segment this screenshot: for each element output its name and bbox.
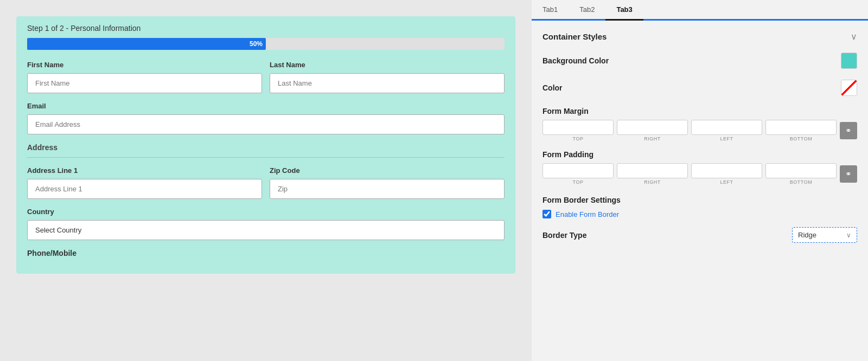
border-type-value: Ridge [798, 231, 816, 239]
color-swatch[interactable] [841, 80, 857, 96]
form-border-settings-label: Form Border Settings [542, 196, 857, 204]
country-label: Country [27, 208, 505, 216]
link-icon: ⚭ [845, 126, 852, 135]
address-zip-row: Address Line 1 Zip Code [27, 166, 505, 199]
padding-left-label: LEFT [720, 179, 733, 185]
email-row: Email [27, 102, 505, 134]
bg-color-row: Background Color [542, 53, 857, 69]
margin-link-button[interactable]: ⚭ [840, 122, 857, 139]
zip-label: Zip Code [270, 166, 505, 175]
margin-top-input[interactable] [542, 120, 614, 135]
enable-border-row: Enable Form Border [542, 210, 857, 218]
margin-left-input[interactable] [691, 120, 762, 135]
container-styles-header: Container Styles ∨ [542, 31, 857, 42]
last-name-input[interactable] [270, 73, 505, 93]
form-header: Step 1 of 2 - Personal Information 50% [16, 16, 515, 50]
chevron-down-icon[interactable]: ∨ [851, 31, 857, 42]
padding-bottom-field: BOTTOM [765, 163, 837, 185]
form-padding-label: Form Padding [542, 150, 857, 159]
padding-top-input[interactable] [542, 163, 614, 178]
margin-top-label: TOP [573, 136, 584, 141]
form-padding-inputs: TOP RIGHT LEFT BOTTOM ⚭ [542, 163, 857, 185]
address-line1-label: Address Line 1 [27, 166, 262, 175]
form-margin-row: Form Margin TOP RIGHT LEFT BOTTOM [542, 107, 857, 141]
padding-left-input[interactable] [691, 163, 762, 178]
zip-group: Zip Code [270, 166, 505, 199]
progress-bar-label: 50% [250, 40, 263, 48]
form-card: Step 1 of 2 - Personal Information 50% F… [16, 16, 515, 274]
padding-link-icon: ⚭ [845, 170, 852, 178]
name-row: First Name Last Name [27, 61, 505, 93]
padding-left-field: LEFT [691, 163, 762, 185]
color-row: Color [542, 80, 857, 96]
border-type-label: Border Type [542, 231, 586, 240]
address-divider [27, 157, 505, 158]
country-group: Country Select Country [27, 208, 505, 240]
progress-bar-fill: 50% [27, 38, 266, 50]
margin-right-label: RIGHT [644, 136, 661, 141]
country-row: Country Select Country [27, 208, 505, 240]
padding-link-button[interactable]: ⚭ [840, 165, 857, 183]
tab-2[interactable]: Tab2 [569, 0, 605, 21]
progress-bar-container: 50% [27, 38, 505, 50]
address-line1-input[interactable] [27, 179, 262, 199]
border-type-row: Border Type Ridge ∨ [542, 227, 857, 243]
section-title: Container Styles [542, 32, 607, 41]
first-name-label: First Name [27, 61, 262, 69]
margin-right-input[interactable] [617, 120, 688, 135]
email-group: Email [27, 102, 505, 134]
border-type-chevron-icon: ∨ [846, 231, 851, 239]
form-border-section: Form Border Settings Enable Form Border … [542, 196, 857, 243]
step-label: Step 1 of 2 - Personal Information [27, 24, 505, 33]
phone-label: Phone/Mobile [27, 249, 505, 257]
bg-color-label: Background Color [542, 56, 609, 65]
padding-bottom-input[interactable] [765, 163, 837, 178]
last-name-group: Last Name [270, 61, 505, 93]
panel-content: Container Styles ∨ Background Color Colo… [532, 21, 868, 262]
margin-left-label: LEFT [720, 136, 733, 141]
form-body: First Name Last Name Email Address [16, 50, 515, 274]
margin-bottom-input[interactable] [765, 120, 837, 135]
form-margin-inputs: TOP RIGHT LEFT BOTTOM ⚭ [542, 120, 857, 141]
enable-border-checkbox[interactable] [542, 210, 551, 218]
margin-bottom-field: BOTTOM [765, 120, 837, 141]
email-input[interactable] [27, 114, 505, 134]
tab-3[interactable]: Tab3 [605, 0, 643, 21]
padding-right-field: RIGHT [617, 163, 688, 185]
border-type-select[interactable]: Ridge ∨ [792, 227, 857, 243]
panel-tabs: Tab1 Tab2 Tab3 [532, 0, 868, 21]
padding-top-field: TOP [542, 163, 614, 185]
padding-bottom-label: BOTTOM [790, 179, 812, 185]
address-section-label: Address [27, 143, 505, 152]
padding-right-input[interactable] [617, 163, 688, 178]
margin-left-field: LEFT [691, 120, 762, 141]
last-name-label: Last Name [270, 61, 505, 69]
left-panel: Step 1 of 2 - Personal Information 50% F… [0, 0, 532, 361]
form-margin-label: Form Margin [542, 107, 857, 115]
padding-top-label: TOP [573, 179, 584, 185]
email-label: Email [27, 102, 505, 110]
country-select[interactable]: Select Country [27, 220, 505, 240]
form-padding-row: Form Padding TOP RIGHT LEFT BOTTOM [542, 150, 857, 185]
margin-bottom-label: BOTTOM [790, 136, 812, 141]
color-label: Color [542, 83, 563, 92]
margin-right-field: RIGHT [617, 120, 688, 141]
first-name-group: First Name [27, 61, 262, 93]
zip-input[interactable] [270, 179, 505, 199]
margin-top-field: TOP [542, 120, 614, 141]
bg-color-swatch[interactable] [841, 53, 857, 69]
address-line1-group: Address Line 1 [27, 166, 262, 199]
tab-1[interactable]: Tab1 [532, 0, 569, 21]
padding-right-label: RIGHT [644, 179, 661, 185]
right-panel: Tab1 Tab2 Tab3 Container Styles ∨ Backgr… [532, 0, 868, 361]
first-name-input[interactable] [27, 73, 262, 93]
enable-border-label[interactable]: Enable Form Border [556, 210, 619, 218]
